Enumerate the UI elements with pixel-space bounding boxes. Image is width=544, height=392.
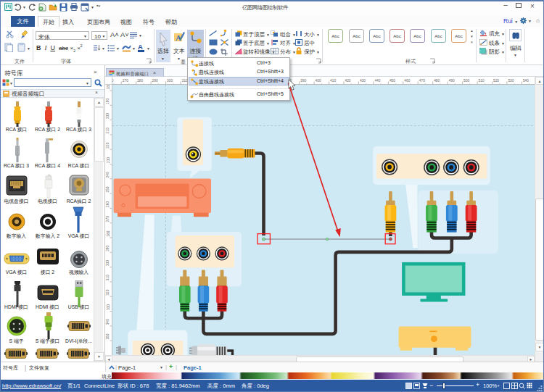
svg-text:240: 240: [107, 172, 110, 178]
svg-text:290: 290: [107, 245, 110, 251]
svg-text:490: 490: [449, 79, 455, 83]
svg-text:320: 320: [107, 289, 110, 295]
svg-text:300: 300: [107, 260, 110, 266]
svg-text:530: 530: [508, 79, 514, 83]
svg-text:460: 460: [404, 79, 410, 83]
svg-text:260: 260: [107, 201, 110, 207]
svg-text:540: 540: [523, 79, 529, 83]
svg-text:340: 340: [107, 319, 110, 325]
svg-text:510: 510: [479, 79, 485, 83]
svg-text:280: 280: [137, 79, 143, 83]
svg-text:200: 200: [107, 113, 110, 119]
svg-text:230: 230: [107, 157, 110, 163]
svg-text:290: 290: [152, 79, 158, 83]
svg-text:480: 480: [434, 79, 440, 83]
svg-text:270: 270: [107, 216, 110, 222]
svg-text:350: 350: [107, 333, 110, 339]
svg-text:190: 190: [107, 98, 110, 104]
svg-text:330: 330: [107, 304, 110, 310]
svg-text:260: 260: [112, 79, 114, 83]
svg-text:420: 420: [345, 79, 351, 83]
svg-text:280: 280: [107, 230, 110, 236]
svg-text:500: 500: [463, 79, 469, 83]
svg-text:250: 250: [107, 186, 110, 192]
svg-text:430: 430: [360, 79, 366, 83]
svg-text:220: 220: [107, 142, 110, 148]
svg-text:520: 520: [493, 79, 499, 83]
svg-text:410: 410: [330, 79, 336, 83]
svg-text:400: 400: [316, 79, 321, 83]
svg-text:180: 180: [107, 85, 110, 90]
svg-text:390: 390: [300, 79, 306, 83]
svg-text:440: 440: [374, 79, 380, 83]
svg-text:300: 300: [167, 79, 173, 83]
svg-text:470: 470: [419, 79, 425, 83]
svg-text:310: 310: [107, 275, 110, 280]
svg-text:450: 450: [390, 79, 395, 83]
svg-text:270: 270: [123, 79, 128, 83]
svg-text:210: 210: [107, 128, 110, 133]
